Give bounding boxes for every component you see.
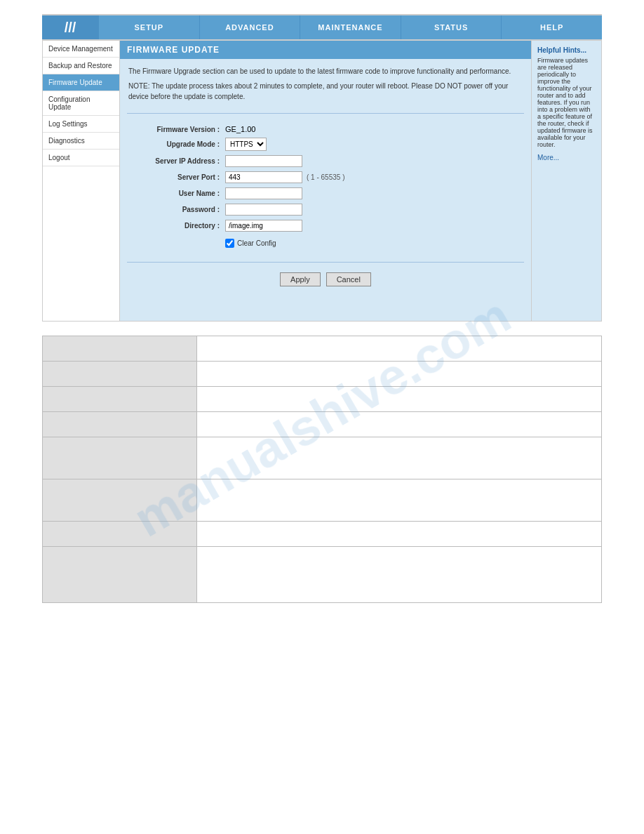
clear-config-row: Clear Config — [120, 236, 531, 251]
apply-button[interactable]: Apply — [280, 272, 321, 286]
table-cell-left — [43, 437, 197, 479]
main-layout: Device Management Backup and Restore Fir… — [42, 41, 602, 322]
sidebar-item-log-settings[interactable]: Log Settings — [43, 116, 119, 133]
username-label: User Name : — [134, 190, 225, 197]
clear-config-checkbox[interactable] — [225, 239, 234, 248]
table-cell-right — [197, 362, 602, 387]
table-cell-right — [197, 387, 602, 412]
table-cell-right — [197, 547, 602, 603]
hints-title: Helpful Hints... — [537, 46, 596, 54]
clear-config-label: Clear Config — [237, 239, 276, 247]
firmware-description: The Firmware Upgrade section can be used… — [120, 59, 531, 109]
sidebar-item-configuration-update[interactable]: Configuration Update — [43, 91, 119, 116]
firmware-note: NOTE: The update process takes about 2 m… — [128, 81, 523, 102]
table-row — [43, 547, 602, 603]
logo: /// — [42, 15, 98, 39]
table-cell-right — [197, 336, 602, 362]
table-row — [43, 362, 602, 387]
divider-bottom — [127, 262, 524, 263]
server-ip-label: Server IP Address : — [134, 157, 225, 165]
table-cell-left — [43, 479, 197, 522]
hints-content: Firmware updates are released periodical… — [537, 57, 596, 148]
table-cell-left — [43, 362, 197, 387]
password-row: Password : — [120, 204, 531, 216]
nav-advanced[interactable]: ADVANCED — [199, 15, 300, 39]
server-port-input[interactable] — [225, 171, 302, 183]
server-port-hint: ( 1 - 65535 ) — [307, 173, 344, 181]
hints-panel: Helpful Hints... Firmware updates are re… — [531, 41, 601, 321]
directory-label: Directory : — [134, 222, 225, 230]
table-cell-left — [43, 412, 197, 437]
top-nav: /// SETUP ADVANCED MAINTENANCE STATUS HE… — [42, 15, 602, 41]
sidebar-item-logout[interactable]: Logout — [43, 150, 119, 166]
cancel-button[interactable]: Cancel — [326, 272, 371, 286]
nav-setup[interactable]: SETUP — [98, 15, 199, 39]
nav-maintenance[interactable]: MAINTENANCE — [300, 15, 401, 39]
nav-help[interactable]: HELP — [501, 15, 602, 39]
table-cell-left — [43, 336, 197, 362]
username-input[interactable] — [225, 187, 302, 199]
table-cell-right — [197, 437, 602, 479]
divider — [127, 113, 524, 114]
hints-more-link[interactable]: More... — [537, 154, 596, 161]
table-section — [42, 336, 602, 603]
table-cell-left — [43, 547, 197, 603]
firmware-version-label: Firmware Version : — [134, 126, 225, 133]
table-row — [43, 522, 602, 547]
directory-row: Directory : — [120, 220, 531, 232]
button-row: Apply Cancel — [120, 267, 531, 292]
table-row — [43, 479, 602, 522]
content-area: FIRMWARE UPDATE The Firmware Upgrade sec… — [120, 41, 531, 321]
table-row — [43, 412, 602, 437]
server-ip-input[interactable] — [225, 155, 302, 167]
table-row — [43, 336, 602, 362]
upgrade-mode-row: Upgrade Mode : HTTPS HTTP FTP TFTP — [120, 138, 531, 151]
nav-status[interactable]: STATUS — [401, 15, 502, 39]
table-cell-right — [197, 412, 602, 437]
firmware-version-value: GE_1.00 — [225, 125, 255, 133]
sidebar-item-diagnostics[interactable]: Diagnostics — [43, 133, 119, 150]
table-cell-left — [43, 387, 197, 412]
sidebar-item-device-management[interactable]: Device Management — [43, 41, 119, 58]
sidebar-item-firmware-update[interactable]: Firmware Update — [43, 74, 119, 91]
firmware-update-title: FIRMWARE UPDATE — [120, 41, 531, 59]
upgrade-mode-select[interactable]: HTTPS HTTP FTP TFTP — [225, 138, 267, 151]
server-port-label: Server Port : — [134, 173, 225, 181]
data-table — [42, 336, 602, 603]
password-input[interactable] — [225, 204, 302, 216]
username-row: User Name : — [120, 187, 531, 199]
upgrade-mode-label: Upgrade Mode : — [134, 140, 225, 148]
table-row — [43, 437, 602, 479]
table-cell-right — [197, 522, 602, 547]
table-cell-left — [43, 522, 197, 547]
server-port-row: Server Port : ( 1 - 65535 ) — [120, 171, 531, 183]
table-cell-right — [197, 479, 602, 522]
password-label: Password : — [134, 206, 225, 213]
server-ip-row: Server IP Address : — [120, 155, 531, 167]
firmware-version-row: Firmware Version : GE_1.00 — [120, 125, 531, 133]
sidebar: Device Management Backup and Restore Fir… — [43, 41, 120, 321]
sidebar-item-backup-restore[interactable]: Backup and Restore — [43, 58, 119, 74]
firmware-form: Firmware Version : GE_1.00 Upgrade Mode … — [120, 118, 531, 258]
table-row — [43, 387, 602, 412]
directory-input[interactable] — [225, 220, 302, 232]
